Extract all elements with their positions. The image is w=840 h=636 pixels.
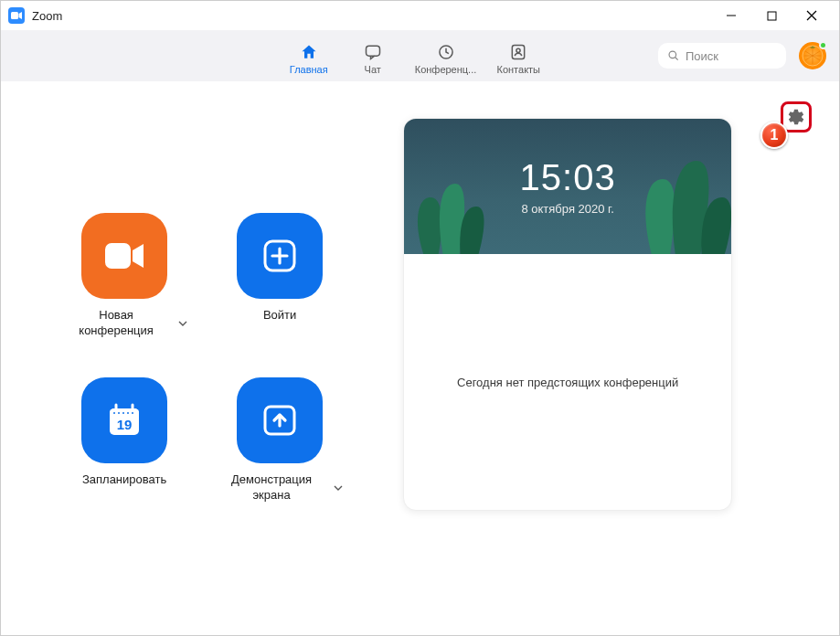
svg-point-26 (122, 412, 124, 414)
upcoming-card: 15:03 8 октября 2020 г. Сегодня нет пред… (403, 118, 732, 511)
svg-rect-5 (366, 46, 379, 56)
search-icon (667, 49, 680, 62)
home-actions-pane: Новая конференция (1, 81, 403, 635)
share-up-icon (260, 400, 300, 440)
svg-line-10 (675, 58, 678, 60)
tab-contacts[interactable]: Контакты (496, 37, 540, 75)
join-button[interactable] (237, 213, 323, 299)
svg-point-28 (132, 412, 133, 414)
contacts-icon (509, 42, 527, 62)
svg-rect-0 (11, 12, 18, 19)
svg-point-8 (516, 48, 520, 52)
svg-rect-21 (110, 408, 139, 416)
tab-label: Конференц... (415, 64, 477, 75)
svg-text:19: 19 (117, 417, 133, 432)
annotation-badge: 1 (760, 122, 788, 149)
card-body: Сегодня нет предстоящих конференций (404, 254, 731, 510)
app-window: Zoom Главная Чат (0, 0, 840, 636)
no-upcoming-text: Сегодня нет предстоящих конференций (457, 376, 678, 389)
svg-point-27 (127, 412, 129, 414)
gear-icon (787, 108, 805, 126)
annotation-number: 1 (771, 127, 779, 143)
tab-label: Главная (290, 64, 328, 75)
action-share-screen: Демонстрация экрана (202, 377, 357, 504)
window-title: Zoom (32, 9, 62, 23)
presence-indicator (819, 41, 827, 49)
action-schedule: 19 Запланировать (47, 377, 202, 504)
svg-point-25 (118, 412, 120, 414)
action-new-meeting: Новая конференция (47, 213, 202, 339)
titlebar: Zoom (1, 1, 839, 30)
search-placeholder: Поиск (686, 49, 718, 63)
action-label: Запланировать (82, 472, 166, 488)
close-button[interactable] (792, 1, 832, 30)
content-area: Новая конференция (1, 81, 839, 635)
action-join: Войти (202, 213, 357, 339)
svg-rect-16 (105, 243, 131, 269)
tab-home[interactable]: Главная (287, 37, 331, 75)
upcoming-pane: 15:03 8 октября 2020 г. Сегодня нет пред… (403, 81, 839, 635)
clock-time: 15:03 (520, 157, 616, 198)
action-label: Новая конференция (61, 308, 171, 339)
schedule-button[interactable]: 19 (81, 377, 167, 463)
tab-label: Контакты (497, 64, 541, 75)
calendar-icon: 19 (104, 400, 144, 440)
top-nav: Главная Чат Конференц... Контакты (1, 30, 839, 81)
chevron-down-icon[interactable] (334, 480, 343, 496)
plus-icon (261, 238, 298, 274)
tab-label: Чат (365, 64, 381, 75)
chevron-down-icon[interactable] (178, 315, 187, 332)
svg-rect-2 (768, 12, 776, 20)
minimize-button[interactable] (711, 1, 751, 30)
video-icon (102, 240, 146, 271)
action-label: Войти (263, 308, 296, 323)
search-input[interactable]: Поиск (658, 43, 786, 69)
zoom-app-icon (8, 7, 25, 24)
home-icon (300, 42, 318, 62)
tab-meetings[interactable]: Конференц... (415, 37, 477, 75)
clock-date: 8 октября 2020 г. (521, 202, 613, 216)
maximize-button[interactable] (751, 1, 792, 30)
clock-icon (437, 42, 455, 62)
svg-point-24 (113, 412, 115, 414)
nav-tabs: Главная Чат Конференц... Контакты (287, 37, 541, 75)
chat-icon (364, 42, 382, 62)
plant-decoration-icon (408, 143, 490, 254)
share-screen-button[interactable] (237, 377, 323, 463)
profile-avatar[interactable] (799, 42, 826, 69)
action-label: Демонстрация экрана (217, 472, 326, 504)
svg-point-9 (669, 51, 676, 58)
new-meeting-button[interactable] (81, 213, 167, 299)
tab-chat[interactable]: Чат (351, 37, 395, 75)
card-hero: 15:03 8 октября 2020 г. (404, 119, 731, 254)
plant-decoration-icon (631, 124, 731, 254)
